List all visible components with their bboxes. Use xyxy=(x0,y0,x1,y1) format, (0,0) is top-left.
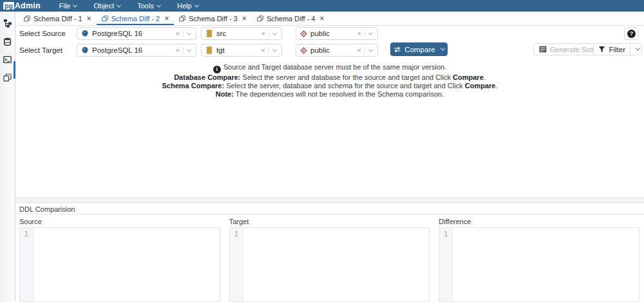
select-source-label: Select Source xyxy=(19,27,66,40)
divider xyxy=(365,46,365,54)
filter-dropdown[interactable] xyxy=(630,44,641,55)
schema-icon xyxy=(300,30,307,37)
info-line-4: Note: The dependencies will not be resol… xyxy=(15,90,644,99)
close-icon[interactable]: × xyxy=(319,15,324,23)
chevron-down-icon xyxy=(73,3,77,7)
target-server-select[interactable]: PostgreSQL 16 × xyxy=(77,44,196,57)
source-schema-select[interactable]: public × xyxy=(296,27,378,40)
compare-instructions: iSource and Target database server must … xyxy=(15,63,644,99)
info-line-3: Schema Compare: Select the server, datab… xyxy=(15,82,644,90)
select-target-label: Select Target xyxy=(19,44,62,57)
question-mark-icon: ? xyxy=(627,30,636,38)
difference-column-label: Difference xyxy=(439,218,639,225)
schema-diff-tab-icon xyxy=(24,15,30,22)
menubar: File Object Tools Help xyxy=(51,2,207,10)
main-content: Schema Diff - 1 × Schema Diff - 2 × Sche… xyxy=(15,12,644,302)
source-column-label: Source xyxy=(19,218,220,225)
schema-icon xyxy=(300,47,307,54)
info-icon: i xyxy=(213,66,221,73)
selected-value: public xyxy=(310,30,355,37)
selected-value: src xyxy=(216,30,260,37)
selected-value: tgt xyxy=(216,46,260,54)
clear-icon[interactable]: × xyxy=(174,47,182,54)
chevron-down-icon[interactable] xyxy=(187,30,191,35)
info-line-2: Database Compare: Select the server and … xyxy=(15,73,644,82)
close-icon[interactable]: × xyxy=(164,15,169,23)
divider xyxy=(183,46,184,54)
divider xyxy=(269,46,269,54)
pgadmin-logo: pgAdmin xyxy=(3,1,41,10)
chevron-down-icon[interactable] xyxy=(440,46,445,51)
target-schema-select[interactable]: public × xyxy=(296,44,378,57)
selected-value: PostgreSQL 16 xyxy=(92,30,174,37)
database-icon xyxy=(205,46,213,54)
source-database-select[interactable]: src × xyxy=(201,27,282,40)
chevron-down-icon[interactable] xyxy=(187,47,191,52)
line-number-gutter: 1 xyxy=(230,228,243,301)
line-number-gutter: 1 xyxy=(439,228,453,301)
generate-script-label: Generate Script xyxy=(550,46,600,53)
divider xyxy=(365,30,365,37)
postgresql-server-icon xyxy=(81,30,89,37)
selected-value: PostgreSQL 16 xyxy=(92,46,174,54)
schema-diff-tab-icon xyxy=(257,15,263,22)
ddl-comparison-title: DDL Comparision xyxy=(15,203,644,214)
tab-label: Schema Diff - 1 xyxy=(33,15,82,23)
info-line-1: iSource and Target database server must … xyxy=(15,63,644,73)
ddl-column-headers: Source Target Difference xyxy=(15,214,644,227)
psql-tool-icon[interactable] xyxy=(0,50,15,68)
query-tool-icon[interactable] xyxy=(0,32,15,50)
close-icon[interactable]: × xyxy=(242,15,247,23)
workspace-sidebar xyxy=(0,12,15,302)
pgadmin-window: pgAdmin File Object Tools Help xyxy=(0,0,644,302)
chevron-down-icon xyxy=(156,3,161,7)
close-icon[interactable]: × xyxy=(87,15,91,23)
chevron-down-icon[interactable] xyxy=(368,47,373,52)
ddl-comparison-section: DDL Comparision Source Target Difference… xyxy=(15,202,644,302)
tab-schema-diff-4[interactable]: Schema Diff - 4 × xyxy=(252,12,330,25)
help-button[interactable]: ? xyxy=(624,27,639,40)
chevron-down-icon[interactable] xyxy=(368,30,373,35)
compare-button[interactable]: Compare xyxy=(390,42,448,56)
clear-icon[interactable]: × xyxy=(174,30,182,37)
schema-diff-panel: Select Source Select Target PostgreSQL 1… xyxy=(15,26,644,198)
funnel-icon xyxy=(598,46,605,53)
clear-icon[interactable]: × xyxy=(355,47,363,54)
menu-object[interactable]: Object xyxy=(85,2,129,10)
logo-admin-text: Admin xyxy=(15,1,41,10)
source-server-select[interactable]: PostgreSQL 16 × xyxy=(77,27,196,40)
target-column-label: Target xyxy=(229,218,430,225)
tab-label: Schema Diff - 3 xyxy=(189,15,238,23)
app-header: pgAdmin File Object Tools Help xyxy=(0,0,644,12)
filter-button[interactable]: Filter xyxy=(593,43,642,55)
source-ddl-editor[interactable]: 1 xyxy=(19,227,220,302)
tab-label: Schema Diff - 4 xyxy=(267,15,316,23)
schema-diff-tab-icon xyxy=(102,15,108,22)
tab-label: Schema Diff - 2 xyxy=(111,15,160,23)
target-ddl-editor[interactable]: 1 xyxy=(229,227,430,302)
chevron-down-icon[interactable] xyxy=(272,47,277,52)
script-icon xyxy=(539,46,547,53)
tab-schema-diff-2[interactable]: Schema Diff - 2 × xyxy=(97,12,175,25)
logo-pg-badge: pg xyxy=(3,2,14,10)
tab-schema-diff-1[interactable]: Schema Diff - 1 × xyxy=(19,12,97,25)
menu-help[interactable]: Help xyxy=(169,2,207,10)
clear-icon[interactable]: × xyxy=(260,47,267,54)
filter-main[interactable]: Filter xyxy=(594,44,630,55)
tab-schema-diff-3[interactable]: Schema Diff - 3 × xyxy=(174,12,252,25)
tabbar: Schema Diff - 1 × Schema Diff - 2 × Sche… xyxy=(15,12,644,26)
object-explorer-icon[interactable] xyxy=(0,14,15,32)
clear-icon[interactable]: × xyxy=(355,30,363,37)
difference-ddl-editor[interactable]: 1 xyxy=(439,227,639,302)
clear-icon[interactable]: × xyxy=(260,30,267,37)
menu-tools[interactable]: Tools xyxy=(129,2,169,10)
chevron-down-icon[interactable] xyxy=(272,30,277,35)
chevron-down-icon xyxy=(635,46,639,51)
menu-file[interactable]: File xyxy=(51,2,86,10)
schema-diff-icon[interactable] xyxy=(0,68,15,86)
divider xyxy=(269,30,269,37)
line-number-gutter: 1 xyxy=(20,228,33,301)
target-database-select[interactable]: tgt × xyxy=(201,44,282,57)
ddl-editors: 1 1 1 xyxy=(15,227,644,302)
compare-label: Compare xyxy=(404,46,435,53)
